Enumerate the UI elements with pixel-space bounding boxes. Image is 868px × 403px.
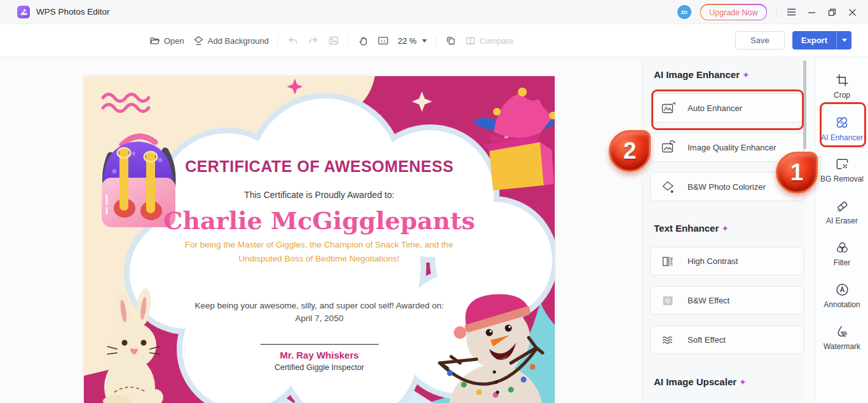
sidebar-item-ai-enhancer[interactable]: AI Enhancer [818, 110, 866, 152]
high-contrast-icon [661, 254, 676, 268]
export-label: Export [792, 31, 836, 50]
toolbar-separator [436, 35, 437, 46]
zoom-level-value: 22 % [398, 36, 417, 46]
certificate-subtitle: This Certificate is Proudly Awarded to: [84, 190, 555, 200]
app-logo-icon [17, 6, 30, 18]
sidebar-label: Watermark [824, 342, 860, 351]
sidebar-item-ai-eraser[interactable]: AI Eraser [818, 194, 866, 236]
bw-photo-colorizer-label: B&W Photo Colorizer [688, 182, 766, 192]
export-button[interactable]: Export [792, 31, 851, 50]
step-badge-2: 2 [609, 130, 651, 172]
auto-enhancer-icon: c [661, 101, 676, 115]
save-button[interactable]: Save [735, 31, 785, 50]
ai-enhancer-icon [834, 115, 850, 130]
toolbar-separator [348, 35, 349, 46]
bg-removal-icon [835, 157, 850, 171]
add-background-button[interactable]: Add Background [193, 36, 269, 46]
certificate-message: Keep being your awesome, silly, and supe… [194, 300, 445, 326]
minimize-icon[interactable] [806, 6, 817, 18]
svg-text:1:1: 1:1 [381, 39, 386, 43]
ai-tools-panel: AI Image Enhancer✦ c Auto Enhancer Image… [642, 57, 806, 403]
folder-open-icon [149, 36, 160, 46]
sidebar-item-watermark[interactable]: Watermark [818, 320, 866, 362]
image-icon[interactable] [328, 36, 339, 46]
sidebar-label: AI Eraser [826, 216, 858, 225]
add-background-icon [193, 36, 204, 46]
auto-enhancer-label: Auto Enhancer [688, 103, 742, 113]
restore-icon[interactable] [826, 6, 837, 18]
section-title-ai-image-enhancer: AI Image Enhancer✦ [654, 69, 750, 80]
annotation-icon [835, 282, 850, 297]
chevron-down-icon [842, 39, 847, 42]
title-bar: WPS Photos Editor ZD Upgrade Now [0, 0, 868, 24]
filter-icon [835, 241, 850, 255]
svg-text:c: c [665, 105, 667, 109]
certificate-title: CERTIFICATE OF AWESOMENESS [84, 157, 555, 176]
toolbar: Open Add Background 1:1 [0, 24, 868, 57]
image-quality-enhancer-icon [661, 140, 676, 154]
watermark-icon [835, 324, 850, 339]
certificate-signer: Mr. Ray Whiskers [84, 350, 555, 360]
bw-effect-label: B&W Effect [688, 296, 729, 305]
certificate-recipient: Charlie McGigglepants [84, 206, 555, 235]
redo-icon[interactable] [308, 36, 319, 46]
actual-size-icon[interactable]: 1:1 [377, 36, 389, 46]
upgrade-now-button[interactable]: Upgrade Now [700, 4, 767, 20]
chevron-down-icon [422, 39, 427, 43]
sidebar-label: Filter [834, 258, 851, 267]
editor-canvas: CERTIFICATE OF AWESOMENESS This Certific… [0, 57, 642, 403]
duplicate-icon[interactable] [445, 36, 456, 46]
toolbar-separator [278, 35, 278, 46]
signature-line [261, 344, 379, 345]
sidebar-label: AI Enhancer [821, 133, 863, 142]
wps-photos-editor-window: WPS Photos Editor ZD Upgrade Now [0, 0, 868, 403]
certificate-reason: For being the Master of Giggles, the Cha… [179, 238, 459, 265]
bw-photo-colorizer-icon [661, 180, 676, 194]
open-label: Open [164, 36, 184, 46]
app-title: WPS Photos Editor [36, 7, 110, 17]
bw-effect-button[interactable]: B&W Effect [650, 286, 804, 315]
sidebar-label: Crop [834, 91, 850, 100]
undo-icon[interactable] [287, 36, 299, 46]
crop-icon [835, 73, 850, 88]
sparkle-icon: ✦ [742, 70, 750, 80]
section-title-ai-image-upscaler: AI Image Upscaler✦ [654, 376, 747, 387]
add-background-label: Add Background [208, 36, 269, 46]
high-contrast-label: High Contrast [688, 256, 738, 266]
user-avatar[interactable]: ZD [677, 5, 691, 19]
compare-icon [465, 36, 476, 46]
titlebar-separator [776, 7, 776, 17]
step-badge-1: 1 [776, 152, 818, 194]
sidebar-item-crop[interactable]: Crop [818, 69, 866, 110]
sidebar-item-annotation[interactable]: Annotation [818, 278, 866, 320]
auto-enhancer-button[interactable]: c Auto Enhancer [650, 93, 804, 122]
sidebar-label: Annotation [824, 300, 860, 309]
soft-effect-icon [661, 333, 676, 347]
compare-label: Compare [480, 36, 513, 46]
sidebar-item-filter[interactable]: Filter [818, 236, 866, 278]
zoom-level-dropdown[interactable]: 22 % [398, 36, 427, 46]
certificate-image[interactable]: CERTIFICATE OF AWESOMENESS This Certific… [84, 76, 555, 403]
open-button[interactable]: Open [149, 36, 184, 46]
section-title-text-enhancer: Text Enhancer✦ [654, 223, 729, 234]
compare-button[interactable]: Compare [465, 36, 513, 46]
soft-effect-button[interactable]: Soft Effect [650, 326, 804, 354]
hand-tool-icon[interactable] [358, 36, 369, 46]
certificate-signer-title: Certified Giggle Inspector [84, 363, 555, 372]
panel-scrollbar[interactable] [803, 60, 806, 149]
close-icon[interactable] [846, 6, 858, 18]
high-contrast-button[interactable]: High Contrast [650, 247, 804, 275]
image-quality-enhancer-label: Image Quality Enhancer [688, 143, 776, 152]
menu-icon[interactable] [785, 6, 797, 18]
sparkle-icon: ✦ [721, 223, 729, 234]
sidebar-label: BG Removal [820, 175, 864, 183]
soft-effect-label: Soft Effect [688, 335, 726, 345]
sidebar-item-bg-removal[interactable]: BG Removal [818, 152, 866, 194]
export-dropdown[interactable] [836, 31, 851, 50]
bw-effect-icon [661, 294, 676, 308]
sparkle-icon: ✦ [739, 377, 747, 387]
tools-sidebar: Crop AI Enhancer BG Removal AI Eraser Fi… [815, 57, 868, 403]
image-quality-enhancer-button[interactable]: Image Quality Enhancer [650, 133, 804, 162]
ai-eraser-icon [835, 199, 850, 213]
